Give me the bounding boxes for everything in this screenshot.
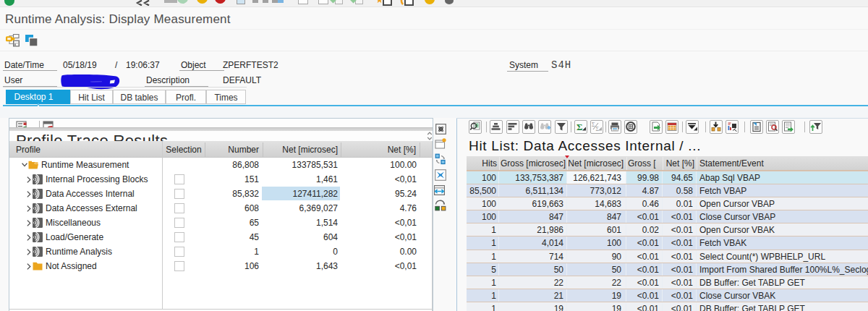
svg-text:Σ: Σ xyxy=(592,122,595,128)
svg-text:Σ: Σ xyxy=(596,126,599,132)
svg-text:Σ: Σ xyxy=(576,122,583,132)
